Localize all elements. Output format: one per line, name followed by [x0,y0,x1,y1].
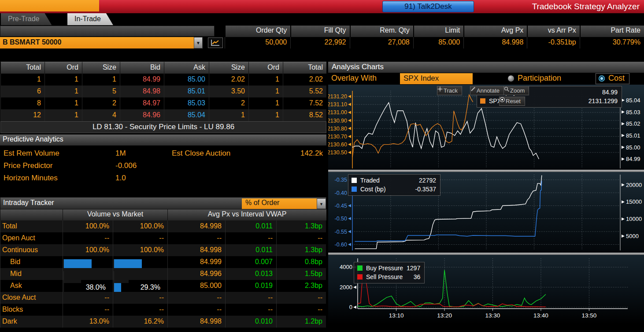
tracker-cell: -- [225,304,276,316]
legend-value: 2131.1299 [588,97,618,105]
radio-cost-label: Cost [608,74,625,83]
depth-row[interactable]: 11184.9985.002.0212.02 [0,74,326,86]
depth-col-header: Size [82,62,120,74]
tracker-cell: -- [113,292,167,304]
tracker-cell: 38.0% [63,268,113,280]
ticker-dropdown-arrow-icon[interactable]: ▼ [194,37,203,48]
order-col-header: Avg Px [463,26,527,37]
depth-col-header: Ord [44,62,82,74]
depth-cell: 84.96 [120,109,164,121]
tracker-cell: 61.2% [63,256,113,268]
radio-cost[interactable]: Cost [596,74,629,84]
tracker-cell: 84.998 [167,316,225,328]
svg-text:85.04: 85.04 [626,97,640,104]
tracker-cell: 1.5bp [276,268,326,280]
tracker-cell: 84.996 [167,268,225,280]
depth-cell: 2 [209,97,248,109]
traded-cost-chart[interactable]: -0.35-0.40-0.45-0.50-0.55-0.602000015000… [328,172,644,253]
svg-text:85.02: 85.02 [626,120,640,127]
tracker-cell: -- [63,304,113,316]
svg-text:-0.50: -0.50 [335,216,348,222]
tracker-cell: 84.998 [167,220,225,232]
tracker-row: Dark13.0%16.2%84.9980.0101.2bp [0,316,326,328]
tracker-cell: -- [276,292,326,304]
titlebar: 91) Talk2Desk Tradebook Strategy Analyze… [0,0,644,13]
chart-toolbar-zoom-button[interactable]: Zoom [503,86,529,95]
chart-toolbar-annotate-button[interactable]: Annotate [470,86,504,95]
command-field[interactable] [0,0,99,11]
svg-text:85.03: 85.03 [626,109,640,116]
order-col-header: Fill Qty [290,26,349,37]
tracker-mode-dropdown-arrow-icon[interactable]: ▼ [317,198,326,209]
chart-toolbar-reset-button[interactable]: Reset [499,97,525,106]
depth-row[interactable]: 61584.9885.013.5015.52 [0,86,326,97]
price-overlay-chart[interactable]: 2131.202131.102131.002130.902130.802130.… [328,85,644,170]
order-column-headers: Order QtyFill QtyRem. QtyLimitAvg Pxvs A… [225,26,644,37]
order-value: 50,000 [225,37,290,48]
analysis-charts-title: Analysis Charts [328,62,644,73]
tracker-cell: -- [276,304,326,316]
talk2desk-button[interactable]: 91) Talk2Desk [382,1,474,12]
chart-line-icon[interactable] [208,37,223,48]
ticker-input[interactable]: B BSMART 50000 [0,37,194,48]
toolbar-button-label: Track [444,87,458,94]
legend-entry: Buy Pressure1297 [357,264,420,272]
depth-row[interactable]: 121484.9685.04118.52 [0,109,326,121]
radio-participation-label: Participation [518,74,561,83]
depth-cell: 6 [0,86,44,97]
svg-text:85.00: 85.00 [626,144,640,151]
tracker-row-label: Ask [0,280,63,292]
toolbar-button-label: Reset [506,98,521,104]
depth-row[interactable]: 81284.9785.03217.52 [0,97,326,109]
legend-value: 84.99 [602,88,618,97]
tab-in-trade[interactable]: In-Trade [67,13,113,25]
legend-value: 36 [414,272,421,281]
tracker-cell: 100.0% [63,220,113,232]
tab-pre-trade[interactable]: Pre-Trade [1,13,52,25]
tracker-cell: 84.999 [167,256,225,268]
depth-cell: 1 [209,109,248,121]
order-col-header: Part Rate [580,26,644,37]
series-spx-index [352,95,473,157]
tracker-row-label: Bid [0,256,63,268]
legend-label: Sell Pressure [366,272,403,281]
radio-participation[interactable]: Participation [508,74,561,83]
tracker-cell: 16.2% [113,316,167,328]
predictive-label: Est Close Auction [172,149,230,158]
predictive-value: 1.0 [115,174,126,183]
legend-value: 1297 [407,264,420,272]
tracker-cell: 1.3bp [276,220,326,232]
tab-strip: Pre-Trade In-Trade [0,13,644,26]
svg-text:-0.60: -0.60 [335,242,348,248]
tracker-row: Total100.0%100.0%84.9980.0111.3bp [0,220,326,232]
chart-toolbar-track-button[interactable]: Track [437,86,462,95]
pressure-chart[interactable]: 40002000013:1013:2013:3013:4013:50Buy Pr… [328,255,644,324]
predictive-analytics-title: Predictive Analytics [0,134,326,145]
order-value: -0.351bp [527,37,579,48]
legend-entry: Traded22792 [352,176,436,185]
tracker-cell: 0.011 [225,220,276,232]
svg-text:13:10: 13:10 [389,312,404,319]
tracker-row-label: Dark [0,316,63,328]
tracker-cell: 0.013 [225,268,276,280]
tracker-row-label: Total [0,220,63,232]
depth-cell: 7.52 [283,97,326,109]
depth-cell: 2.02 [209,74,248,86]
tracker-cell: 100.0% [63,244,113,256]
order-col-header: vs Arr Px [527,26,579,37]
chart-legend: Buy Pressure1297Sell Pressure36 [354,262,425,284]
overlay-index-input[interactable]: SPX Index [400,73,473,84]
depth-cell: 5.52 [283,86,326,97]
order-col-header: Rem. Qty [350,26,413,37]
svg-text:15000: 15000 [626,198,642,205]
svg-text:2131.00: 2131.00 [328,109,347,116]
depth-cell: 4 [82,109,120,121]
svg-text:2130.60: 2130.60 [328,142,347,148]
tracker-row: Blocks---------- [0,304,326,316]
toolbar-button-label: Zoom [510,87,525,94]
radio-unselected-icon [508,75,514,82]
tracker-row: Mid38.0%29.3%84.9960.0131.5bp [0,268,326,280]
order-value: 30.779% [580,37,644,48]
tracker-mode-select[interactable]: % of Order [242,198,317,209]
tracker-cell: -- [63,292,113,304]
